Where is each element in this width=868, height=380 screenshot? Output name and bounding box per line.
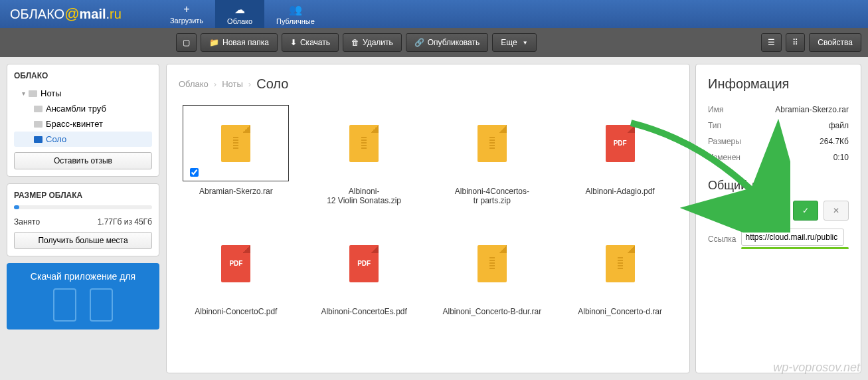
- info-name-label: Имя: [708, 105, 723, 114]
- delete-button[interactable]: 🗑Удалить: [343, 33, 402, 52]
- file-grid: Abramian-Skerzo.rarAlbinoni- 12 Violin S…: [179, 105, 677, 316]
- people-icon: 👥: [289, 3, 302, 16]
- file-name: Albinoni-ConcertoEs.pdf: [321, 307, 406, 316]
- info-modified-value: 0:10: [833, 153, 849, 162]
- file-thumb: [183, 105, 289, 181]
- link-label: Ссылка: [708, 235, 736, 244]
- pdf-icon: PDF: [221, 245, 250, 282]
- info-type-label: Тип: [708, 121, 721, 130]
- file-item[interactable]: PDFAlbinoni-ConcertoEs.pdf: [307, 225, 422, 316]
- file-name: Albinoni_Concerto-B-dur.rar: [443, 307, 542, 316]
- file-name: Albinoni-ConcertoC.pdf: [195, 307, 277, 316]
- cloud-tab[interactable]: ☁ Облако: [215, 0, 264, 28]
- grid-icon: ⠿: [792, 38, 798, 47]
- get-more-space-button[interactable]: Получить больше места: [14, 232, 152, 249]
- folder-icon: 📁: [209, 38, 219, 47]
- list-icon: ☰: [768, 38, 775, 47]
- file-thumb: PDF: [183, 225, 289, 302]
- public-file-label: Публичный файл: [708, 206, 788, 215]
- feedback-button[interactable]: Оставить отзыв: [14, 152, 152, 169]
- promo-panel[interactable]: Скачай приложение для: [7, 263, 159, 330]
- cloud-label: Облако: [227, 17, 252, 25]
- grid-view-button[interactable]: ⠿: [786, 33, 805, 52]
- quota-used-label: Занято: [14, 217, 40, 227]
- info-name-value: Abramian-Skerzo.rar: [775, 105, 849, 114]
- zip-icon: [477, 245, 507, 282]
- sidebar: ОБЛАКО ▾Ноты Ансамбли труб Брасс-квинтет…: [0, 57, 166, 380]
- trash-icon: 🗑: [351, 38, 359, 47]
- file-checkbox[interactable]: [190, 168, 199, 177]
- file-name: Albinoni_Concerto-d.rar: [578, 307, 662, 316]
- upload-label: Загрузить: [170, 17, 203, 25]
- file-item[interactable]: Abramian-Skerzo.rar: [179, 105, 294, 205]
- public-tab[interactable]: 👥 Публичные: [264, 0, 327, 28]
- folder-icon: [34, 106, 43, 112]
- share-link-input[interactable]: [741, 229, 844, 246]
- tree-item-notes[interactable]: ▾Ноты: [14, 86, 152, 101]
- publish-button[interactable]: 🔗Опубликовать: [406, 33, 488, 52]
- pdf-icon: PDF: [349, 245, 379, 282]
- select-all-checkbox[interactable]: ▢: [176, 33, 197, 52]
- info-type-value: файл: [829, 121, 849, 130]
- download-icon: ⬇: [290, 38, 297, 47]
- logo-mail: mail: [79, 7, 106, 22]
- link-highlight: [741, 247, 849, 249]
- logo[interactable]: ОБЛАКО@mail.ru: [0, 5, 131, 23]
- public-label: Публичные: [276, 17, 315, 25]
- upload-button[interactable]: + Загрузить: [158, 0, 215, 28]
- properties-button[interactable]: Свойства: [809, 33, 861, 52]
- breadcrumb: Облако › Ноты › Соло: [179, 76, 677, 92]
- new-folder-button[interactable]: 📁Новая папка: [201, 33, 278, 52]
- public-toggle-off[interactable]: ✕: [824, 201, 849, 221]
- toolbar: ▢ 📁Новая папка ⬇Скачать 🗑Удалить 🔗Опубли…: [0, 28, 868, 57]
- public-toggle-on[interactable]: ✓: [793, 201, 818, 221]
- download-button[interactable]: ⬇Скачать: [282, 33, 339, 52]
- file-thumb: PDF: [311, 225, 417, 302]
- quota-fill: [14, 205, 19, 209]
- chevron-right-icon: ›: [214, 79, 217, 89]
- file-thumb: [439, 225, 545, 302]
- file-item[interactable]: Albinoni_Concerto-B-dur.rar: [435, 225, 550, 316]
- file-item[interactable]: Albinoni-4Concertos- tr parts.zip: [435, 105, 550, 205]
- file-thumb: [439, 105, 545, 181]
- file-name: Albinoni- 12 Violin Sonatas.zip: [327, 187, 401, 205]
- cloud-icon: ☁: [234, 3, 245, 16]
- file-browser: Облако › Ноты › Соло Abramian-Skerzo.rar…: [166, 64, 690, 373]
- file-thumb: [311, 105, 417, 181]
- tree-item-brass[interactable]: Брасс-квинтет: [14, 116, 152, 132]
- check-icon: ✓: [802, 206, 809, 215]
- more-button[interactable]: Еще▼: [492, 33, 536, 52]
- chevron-down-icon: ▼: [523, 40, 528, 46]
- folder-icon: [34, 136, 43, 143]
- file-item[interactable]: PDFAlbinoni-ConcertoC.pdf: [179, 225, 294, 316]
- info-title: Информация: [708, 76, 849, 92]
- logo-ru: ru: [110, 7, 122, 22]
- list-view-button[interactable]: ☰: [761, 33, 782, 52]
- close-icon: ✕: [833, 206, 839, 215]
- file-item[interactable]: Albinoni- 12 Violin Sonatas.zip: [307, 105, 422, 205]
- breadcrumb-root[interactable]: Облако: [179, 79, 209, 89]
- quota-bar: [14, 205, 152, 209]
- chevron-right-icon: ›: [248, 79, 251, 89]
- folder-icon: [34, 121, 43, 128]
- file-thumb: PDF: [567, 105, 673, 181]
- tree-title: ОБЛАКО: [14, 71, 152, 80]
- promo-text: Скачай приложение для: [15, 271, 151, 282]
- file-item[interactable]: Albinoni_Concerto-d.rar: [563, 225, 677, 316]
- share-icon: 🔗: [414, 38, 424, 47]
- tree-item-solo[interactable]: Соло: [14, 132, 152, 147]
- share-title: Общий доступ: [708, 179, 849, 193]
- file-item[interactable]: PDFAlbinoni-Adagio.pdf: [563, 105, 677, 205]
- watermark: wp-voprosov.net: [773, 361, 860, 375]
- logo-at: @: [64, 5, 79, 23]
- file-name: Albinoni-Adagio.pdf: [586, 187, 655, 196]
- file-thumb: [567, 225, 673, 302]
- tree-item-ensembles[interactable]: Ансамбли труб: [14, 101, 152, 116]
- breadcrumb-mid[interactable]: Ноты: [222, 79, 243, 89]
- zip-icon: [221, 125, 250, 162]
- zip-icon: [606, 245, 635, 282]
- app-header: ОБЛАКО@mail.ru + Загрузить ☁ Облако 👥 Пу…: [0, 0, 868, 28]
- quota-value: 1.77Гб из 45Гб: [98, 217, 152, 227]
- info-size-value: 264.7Кб: [820, 137, 849, 146]
- quota-panel: РАЗМЕР ОБЛАКА Занято 1.77Гб из 45Гб Полу…: [7, 183, 159, 256]
